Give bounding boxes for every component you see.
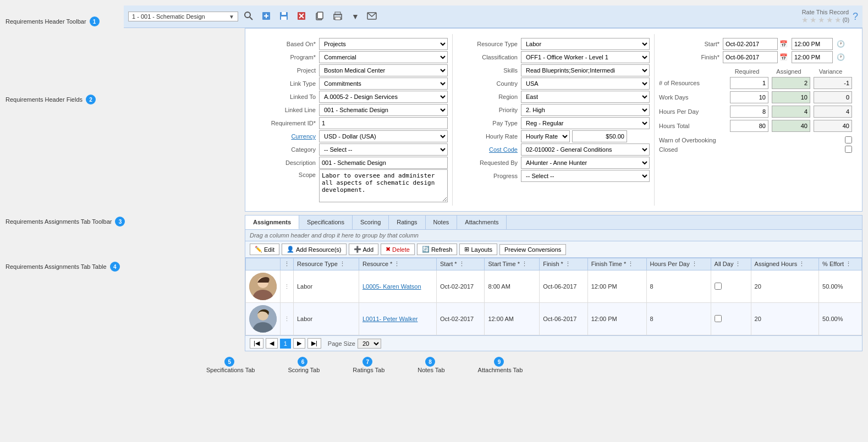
skills-label: Skills — [457, 67, 518, 74]
hours-per-day-required-input[interactable] — [730, 106, 768, 118]
hours-total-label: Hours Total — [659, 123, 727, 129]
finish-date-calendar-button[interactable]: 📅 — [779, 53, 788, 62]
delete-row-button[interactable]: ✖ Delete — [381, 244, 415, 255]
country-field: Country USA — [457, 77, 650, 90]
based-on-select[interactable]: Projects — [319, 38, 448, 50]
hourly-rate-input[interactable] — [572, 130, 627, 142]
copy-button[interactable] — [312, 10, 326, 24]
edit-button[interactable]: ✏️ Edit — [250, 244, 279, 255]
finish-time-input[interactable] — [792, 51, 833, 63]
work-days-assigned-input[interactable] — [772, 91, 810, 103]
star-5[interactable]: ★ — [834, 15, 842, 24]
country-label: Country — [457, 80, 518, 87]
col-all-day-header: All Day ⋮ — [711, 258, 751, 270]
currency-select[interactable]: USD - Dollar (USA) — [319, 130, 448, 142]
row1-resource-name[interactable]: L0005- Karen Watson — [362, 283, 421, 290]
classification-select[interactable]: OFF1 - Office Worker - Level 1 — [521, 51, 650, 63]
save-button[interactable] — [277, 10, 291, 24]
warn-overbooking-label: Warn of Overbooking — [659, 137, 842, 143]
row1-all-day-checkbox[interactable] — [715, 283, 722, 290]
start-time-clock-button[interactable]: 🕐 — [836, 40, 845, 48]
refresh-button[interactable]: 🔄 Refresh — [417, 244, 458, 255]
page-size-select[interactable]: 20 — [358, 339, 381, 349]
tab-scoring[interactable]: Scoring — [353, 216, 389, 229]
hours-total-assigned-input[interactable] — [772, 120, 810, 132]
cost-code-label[interactable]: Cost Code — [457, 146, 518, 153]
row1-finish-time: 12:00 PM — [587, 270, 646, 303]
add-resources-button[interactable]: 👤 Add Resource(s) — [282, 244, 347, 255]
start-date-input[interactable] — [723, 38, 778, 50]
num-resources-required-input[interactable] — [730, 77, 768, 89]
row2-all-day-checkbox[interactable] — [715, 315, 722, 322]
work-days-required-input[interactable] — [730, 91, 768, 103]
description-input[interactable] — [319, 157, 448, 169]
star-3[interactable]: ★ — [818, 15, 825, 24]
tab-specifications[interactable]: Specifications — [299, 216, 353, 229]
star-1[interactable]: ★ — [801, 15, 809, 24]
svg-point-0 — [245, 12, 250, 18]
delete-button[interactable] — [294, 10, 309, 24]
record-dropdown[interactable]: 1 - 001 - Schematic Design ▼ — [128, 12, 238, 21]
category-select[interactable]: -- Select -- — [319, 143, 448, 156]
add-button[interactable]: ➕ Add — [349, 244, 379, 255]
num-resources-assigned-input[interactable] — [772, 77, 810, 89]
search-button[interactable] — [241, 10, 256, 24]
cost-code-select[interactable]: 02-010002 - General Conditions — [521, 143, 650, 156]
tab-attachments[interactable]: Attachments — [457, 216, 507, 229]
scope-textarea[interactable]: Labor to oversee and administer all aspe… — [319, 169, 448, 202]
linked-line-select[interactable]: 001 - Schematic Design — [319, 104, 448, 116]
row2-resource-link[interactable]: L0011- Peter Walker — [359, 303, 436, 335]
print-button[interactable] — [329, 10, 346, 24]
row1-drag-handle[interactable]: ⋮ — [281, 270, 294, 303]
prev-page-button[interactable]: ◀ — [266, 338, 278, 349]
link-type-select[interactable]: Commitments — [319, 78, 448, 90]
num-resources-row: # of Resources — [659, 77, 852, 89]
new-button[interactable] — [259, 10, 273, 24]
requested-by-select[interactable]: AHunter - Anne Hunter — [521, 157, 650, 169]
currency-label[interactable]: Currency — [255, 133, 316, 140]
record-value: 1 - 001 - Schematic Design — [132, 13, 229, 20]
region-select[interactable]: East — [521, 91, 650, 103]
svg-rect-12 — [317, 12, 323, 19]
priority-select[interactable]: 2. High — [521, 104, 650, 116]
closed-checkbox[interactable] — [845, 146, 852, 153]
tab-ratings[interactable]: Ratings — [389, 216, 425, 229]
row2-all-day[interactable] — [711, 303, 751, 335]
help-button[interactable]: ? — [853, 11, 858, 23]
hourly-rate-label: Hourly Rate — [457, 133, 518, 140]
print-arrow-button[interactable]: ▼ — [349, 11, 361, 22]
row2-resource-name[interactable]: L0011- Peter Walker — [362, 316, 417, 322]
warn-overbooking-checkbox[interactable] — [845, 136, 852, 143]
email-button[interactable] — [365, 11, 379, 23]
finish-time-clock-button[interactable]: 🕐 — [836, 53, 845, 62]
preview-conversions-button[interactable]: Preview Conversions — [499, 244, 566, 255]
star-4[interactable]: ★ — [826, 15, 833, 24]
last-page-button[interactable]: ▶| — [307, 338, 321, 349]
row2-drag-handle[interactable]: ⋮ — [281, 303, 294, 335]
first-page-button[interactable]: |◀ — [250, 338, 263, 349]
next-page-button[interactable]: ▶ — [293, 338, 305, 349]
req-id-input[interactable] — [319, 117, 448, 129]
resource-type-select[interactable]: Labor — [521, 38, 650, 50]
tab-assignments[interactable]: Assignments — [245, 216, 299, 229]
skills-select[interactable]: Read Blueprints;Senior;Intermedi — [521, 64, 650, 76]
hours-per-day-assigned-input[interactable] — [772, 106, 810, 118]
country-select[interactable]: USA — [521, 78, 650, 90]
start-date-calendar-button[interactable]: 📅 — [779, 40, 788, 48]
row1-resource-link[interactable]: L0005- Karen Watson — [359, 270, 436, 303]
star-2[interactable]: ★ — [810, 15, 817, 24]
project-select[interactable]: Boston Medical Center — [319, 64, 448, 76]
start-time-input[interactable] — [792, 38, 833, 50]
hours-total-required-input[interactable] — [730, 120, 768, 132]
stars-container[interactable]: ★ ★ ★ ★ ★ (0) — [801, 15, 849, 24]
pay-type-select[interactable]: Reg - Regular — [521, 117, 650, 129]
linked-to-select[interactable]: A.0005-2 - Design Services — [319, 91, 448, 103]
preview-label: Preview Conversions — [504, 246, 561, 253]
program-select[interactable]: Commercial — [319, 51, 448, 63]
hourly-rate-type-select[interactable]: Hourly Rate — [521, 130, 570, 142]
finish-date-input[interactable] — [723, 51, 778, 63]
row1-all-day[interactable] — [711, 270, 751, 303]
progress-select[interactable]: -- Select -- — [521, 170, 650, 182]
tab-notes[interactable]: Notes — [426, 216, 458, 229]
layouts-button[interactable]: ⊞ Layouts — [459, 244, 497, 255]
